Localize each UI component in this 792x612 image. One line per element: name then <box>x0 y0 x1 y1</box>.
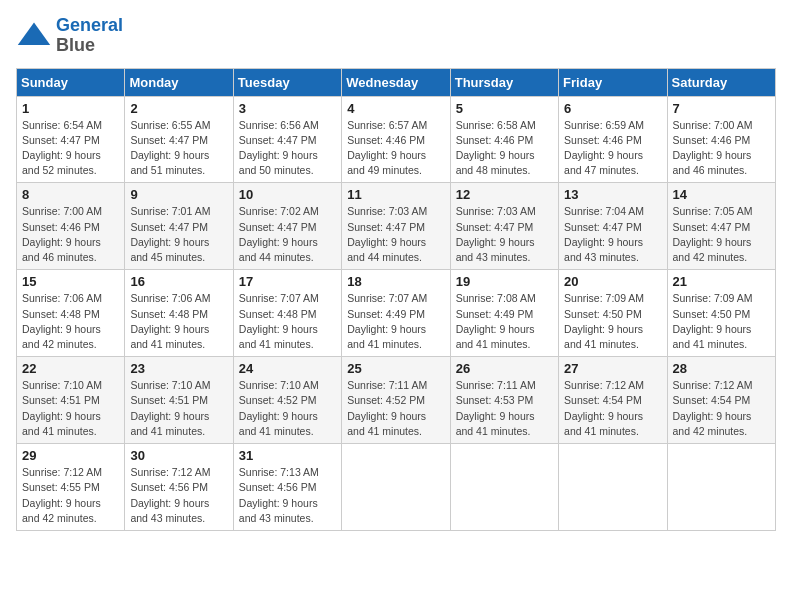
day-info: Sunrise: 7:02 AM Sunset: 4:47 PM Dayligh… <box>239 204 336 265</box>
day-number: 30 <box>130 448 227 463</box>
logo-text: General Blue <box>56 16 123 56</box>
day-cell: 15 Sunrise: 7:06 AM Sunset: 4:48 PM Dayl… <box>17 270 125 357</box>
logo-icon <box>16 18 52 54</box>
day-info: Sunrise: 7:05 AM Sunset: 4:47 PM Dayligh… <box>673 204 770 265</box>
day-info: Sunrise: 7:12 AM Sunset: 4:54 PM Dayligh… <box>673 378 770 439</box>
weekday-monday: Monday <box>125 68 233 96</box>
day-number: 8 <box>22 187 119 202</box>
day-info: Sunrise: 6:55 AM Sunset: 4:47 PM Dayligh… <box>130 118 227 179</box>
day-number: 2 <box>130 101 227 116</box>
day-cell: 9 Sunrise: 7:01 AM Sunset: 4:47 PM Dayli… <box>125 183 233 270</box>
day-cell: 10 Sunrise: 7:02 AM Sunset: 4:47 PM Dayl… <box>233 183 341 270</box>
day-cell <box>559 444 667 531</box>
day-cell <box>342 444 450 531</box>
weekday-wednesday: Wednesday <box>342 68 450 96</box>
day-cell: 28 Sunrise: 7:12 AM Sunset: 4:54 PM Dayl… <box>667 357 775 444</box>
day-number: 19 <box>456 274 553 289</box>
day-number: 5 <box>456 101 553 116</box>
day-cell: 1 Sunrise: 6:54 AM Sunset: 4:47 PM Dayli… <box>17 96 125 183</box>
day-info: Sunrise: 7:13 AM Sunset: 4:56 PM Dayligh… <box>239 465 336 526</box>
weekday-thursday: Thursday <box>450 68 558 96</box>
week-row-4: 22 Sunrise: 7:10 AM Sunset: 4:51 PM Dayl… <box>17 357 776 444</box>
day-info: Sunrise: 7:01 AM Sunset: 4:47 PM Dayligh… <box>130 204 227 265</box>
day-cell: 27 Sunrise: 7:12 AM Sunset: 4:54 PM Dayl… <box>559 357 667 444</box>
logo: General Blue <box>16 16 123 56</box>
day-info: Sunrise: 6:59 AM Sunset: 4:46 PM Dayligh… <box>564 118 661 179</box>
day-info: Sunrise: 7:12 AM Sunset: 4:55 PM Dayligh… <box>22 465 119 526</box>
day-info: Sunrise: 7:06 AM Sunset: 4:48 PM Dayligh… <box>130 291 227 352</box>
day-number: 20 <box>564 274 661 289</box>
day-cell: 2 Sunrise: 6:55 AM Sunset: 4:47 PM Dayli… <box>125 96 233 183</box>
day-cell: 25 Sunrise: 7:11 AM Sunset: 4:52 PM Dayl… <box>342 357 450 444</box>
day-number: 3 <box>239 101 336 116</box>
day-number: 9 <box>130 187 227 202</box>
day-number: 6 <box>564 101 661 116</box>
day-cell: 14 Sunrise: 7:05 AM Sunset: 4:47 PM Dayl… <box>667 183 775 270</box>
day-number: 4 <box>347 101 444 116</box>
day-number: 17 <box>239 274 336 289</box>
day-number: 24 <box>239 361 336 376</box>
day-info: Sunrise: 6:57 AM Sunset: 4:46 PM Dayligh… <box>347 118 444 179</box>
day-info: Sunrise: 7:12 AM Sunset: 4:56 PM Dayligh… <box>130 465 227 526</box>
day-cell: 6 Sunrise: 6:59 AM Sunset: 4:46 PM Dayli… <box>559 96 667 183</box>
week-row-3: 15 Sunrise: 7:06 AM Sunset: 4:48 PM Dayl… <box>17 270 776 357</box>
weekday-saturday: Saturday <box>667 68 775 96</box>
day-cell: 17 Sunrise: 7:07 AM Sunset: 4:48 PM Dayl… <box>233 270 341 357</box>
day-number: 22 <box>22 361 119 376</box>
day-cell: 5 Sunrise: 6:58 AM Sunset: 4:46 PM Dayli… <box>450 96 558 183</box>
week-row-5: 29 Sunrise: 7:12 AM Sunset: 4:55 PM Dayl… <box>17 444 776 531</box>
calendar-table: SundayMondayTuesdayWednesdayThursdayFrid… <box>16 68 776 531</box>
day-number: 23 <box>130 361 227 376</box>
day-cell: 4 Sunrise: 6:57 AM Sunset: 4:46 PM Dayli… <box>342 96 450 183</box>
week-row-2: 8 Sunrise: 7:00 AM Sunset: 4:46 PM Dayli… <box>17 183 776 270</box>
day-cell <box>450 444 558 531</box>
day-cell: 24 Sunrise: 7:10 AM Sunset: 4:52 PM Dayl… <box>233 357 341 444</box>
day-number: 1 <box>22 101 119 116</box>
day-number: 26 <box>456 361 553 376</box>
day-info: Sunrise: 7:09 AM Sunset: 4:50 PM Dayligh… <box>673 291 770 352</box>
day-number: 27 <box>564 361 661 376</box>
day-number: 10 <box>239 187 336 202</box>
day-cell: 29 Sunrise: 7:12 AM Sunset: 4:55 PM Dayl… <box>17 444 125 531</box>
day-cell: 7 Sunrise: 7:00 AM Sunset: 4:46 PM Dayli… <box>667 96 775 183</box>
day-cell: 23 Sunrise: 7:10 AM Sunset: 4:51 PM Dayl… <box>125 357 233 444</box>
calendar-body: 1 Sunrise: 6:54 AM Sunset: 4:47 PM Dayli… <box>17 96 776 530</box>
weekday-sunday: Sunday <box>17 68 125 96</box>
day-cell: 19 Sunrise: 7:08 AM Sunset: 4:49 PM Dayl… <box>450 270 558 357</box>
day-cell: 26 Sunrise: 7:11 AM Sunset: 4:53 PM Dayl… <box>450 357 558 444</box>
day-info: Sunrise: 7:10 AM Sunset: 4:52 PM Dayligh… <box>239 378 336 439</box>
weekday-tuesday: Tuesday <box>233 68 341 96</box>
day-info: Sunrise: 7:12 AM Sunset: 4:54 PM Dayligh… <box>564 378 661 439</box>
day-number: 12 <box>456 187 553 202</box>
day-info: Sunrise: 7:03 AM Sunset: 4:47 PM Dayligh… <box>456 204 553 265</box>
weekday-header-row: SundayMondayTuesdayWednesdayThursdayFrid… <box>17 68 776 96</box>
weekday-friday: Friday <box>559 68 667 96</box>
day-number: 18 <box>347 274 444 289</box>
day-number: 13 <box>564 187 661 202</box>
day-cell: 18 Sunrise: 7:07 AM Sunset: 4:49 PM Dayl… <box>342 270 450 357</box>
day-cell: 11 Sunrise: 7:03 AM Sunset: 4:47 PM Dayl… <box>342 183 450 270</box>
day-number: 31 <box>239 448 336 463</box>
day-number: 11 <box>347 187 444 202</box>
day-cell: 22 Sunrise: 7:10 AM Sunset: 4:51 PM Dayl… <box>17 357 125 444</box>
day-cell: 3 Sunrise: 6:56 AM Sunset: 4:47 PM Dayli… <box>233 96 341 183</box>
svg-marker-0 <box>18 22 50 45</box>
day-info: Sunrise: 7:11 AM Sunset: 4:53 PM Dayligh… <box>456 378 553 439</box>
day-info: Sunrise: 7:10 AM Sunset: 4:51 PM Dayligh… <box>22 378 119 439</box>
week-row-1: 1 Sunrise: 6:54 AM Sunset: 4:47 PM Dayli… <box>17 96 776 183</box>
day-info: Sunrise: 7:00 AM Sunset: 4:46 PM Dayligh… <box>22 204 119 265</box>
day-info: Sunrise: 7:08 AM Sunset: 4:49 PM Dayligh… <box>456 291 553 352</box>
day-cell: 12 Sunrise: 7:03 AM Sunset: 4:47 PM Dayl… <box>450 183 558 270</box>
day-cell: 16 Sunrise: 7:06 AM Sunset: 4:48 PM Dayl… <box>125 270 233 357</box>
day-number: 14 <box>673 187 770 202</box>
day-number: 25 <box>347 361 444 376</box>
day-cell: 13 Sunrise: 7:04 AM Sunset: 4:47 PM Dayl… <box>559 183 667 270</box>
day-info: Sunrise: 7:09 AM Sunset: 4:50 PM Dayligh… <box>564 291 661 352</box>
day-info: Sunrise: 7:04 AM Sunset: 4:47 PM Dayligh… <box>564 204 661 265</box>
day-info: Sunrise: 7:03 AM Sunset: 4:47 PM Dayligh… <box>347 204 444 265</box>
page-header: General Blue <box>16 16 776 56</box>
day-info: Sunrise: 7:10 AM Sunset: 4:51 PM Dayligh… <box>130 378 227 439</box>
day-info: Sunrise: 6:56 AM Sunset: 4:47 PM Dayligh… <box>239 118 336 179</box>
day-cell: 8 Sunrise: 7:00 AM Sunset: 4:46 PM Dayli… <box>17 183 125 270</box>
day-number: 29 <box>22 448 119 463</box>
